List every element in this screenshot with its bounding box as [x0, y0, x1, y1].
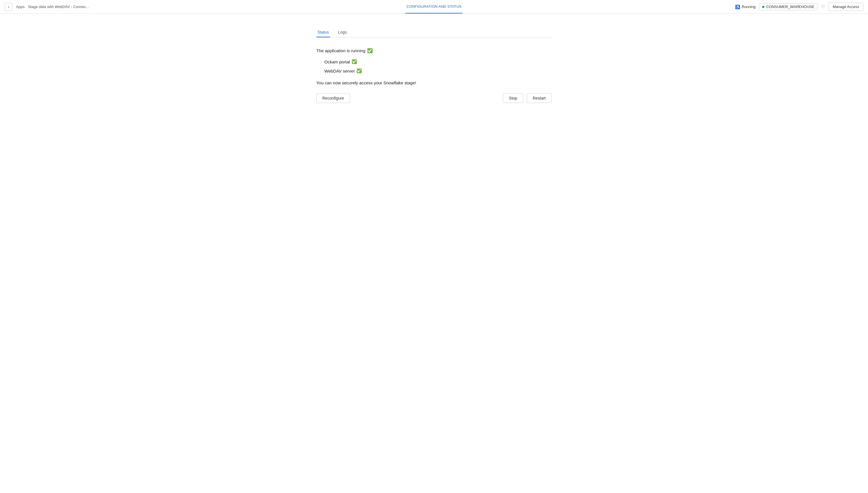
running-status: ♿ Running	[735, 5, 756, 9]
restart-button[interactable]: Restart	[527, 93, 552, 103]
navbar-right: ♿ Running CONSUMER_WAREHOUSE ♡ Manage Ac…	[735, 3, 863, 11]
webdav-server-label: WebDAV server	[324, 69, 355, 73]
status-content: The application is running ✅ Ockam porta…	[316, 46, 552, 105]
warehouse-label: CONSUMER_WAREHOUSE	[766, 5, 814, 9]
stop-button[interactable]: Stop	[503, 93, 523, 103]
buttons-row: Reconfigure Stop Restart	[316, 93, 552, 103]
status-bullet-list: Ockam portal ✅ WebDAV server ✅	[316, 59, 552, 73]
list-item: Ockam portal ✅	[324, 59, 552, 64]
manage-access-button[interactable]: Manage Access	[828, 3, 863, 11]
content-tabs: Status Logs	[316, 27, 552, 38]
main-content: Status Logs The application is running ✅…	[316, 14, 552, 119]
navbar-left: ‹ Apps Stage data with WebDAV - Connec..…	[5, 3, 89, 11]
running-icon: ♿	[735, 5, 740, 9]
warehouse-dot	[762, 6, 764, 8]
buttons-right: Stop Restart	[503, 93, 552, 103]
ockam-portal-label: Ockam portal	[324, 59, 350, 64]
app-running-line: The application is running ✅	[316, 48, 552, 53]
webdav-server-check-icon: ✅	[357, 68, 362, 73]
app-running-text: The application is running	[316, 48, 365, 53]
back-button[interactable]: ‹	[5, 3, 13, 11]
tab-status[interactable]: Status	[316, 27, 330, 37]
tab-logs[interactable]: Logs	[337, 27, 348, 37]
navbar-center: CONFIGURATION AND STATUS	[403, 0, 465, 14]
ockam-portal-check-icon: ✅	[352, 59, 357, 64]
tab-configuration-and-status[interactable]: CONFIGURATION AND STATUS	[405, 0, 462, 14]
app-title: Stage data with WebDAV - Connec...	[28, 5, 89, 9]
navbar: ‹ Apps Stage data with WebDAV - Connec..…	[0, 0, 868, 14]
running-label: Running	[742, 5, 756, 9]
bell-icon[interactable]: ♡	[821, 4, 825, 9]
warehouse-selector[interactable]: CONSUMER_WAREHOUSE	[759, 3, 818, 10]
back-icon: ‹	[8, 5, 9, 9]
apps-link[interactable]: Apps	[16, 5, 25, 9]
reconfigure-button[interactable]: Reconfigure	[316, 93, 350, 103]
app-running-check-icon: ✅	[367, 48, 373, 53]
list-item: WebDAV server ✅	[324, 68, 552, 73]
access-message: You can now securely access your Snowfla…	[316, 80, 552, 85]
